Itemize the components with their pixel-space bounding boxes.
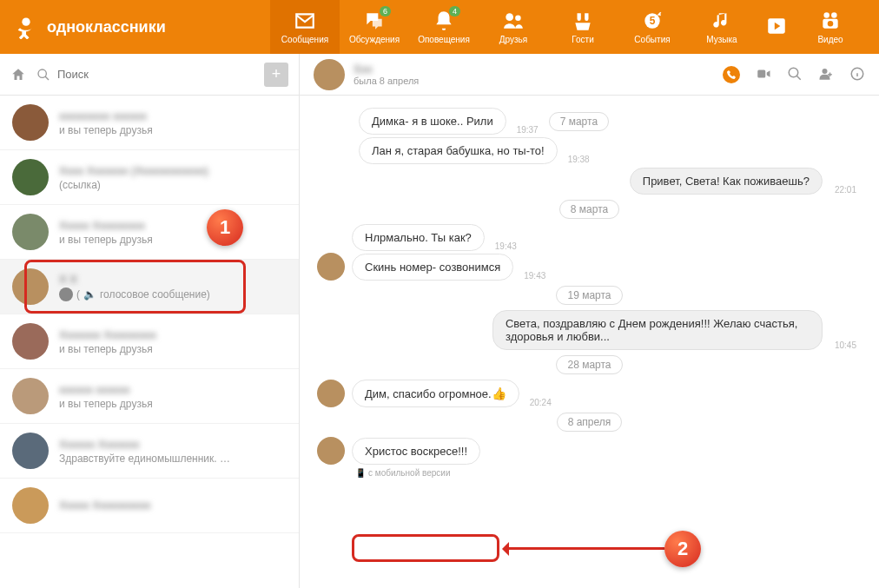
chat-subtitle: (ссылка) [59,179,287,191]
nav-notifications[interactable]: 4 Оповещения [409,0,479,54]
message-time: 22:01 [829,185,862,195]
call-icon[interactable] [723,66,740,83]
message-bubble[interactable]: Скинь номер- созвонимся [352,254,513,281]
nav-guests[interactable]: Гости [548,0,618,54]
music-icon [710,10,733,32]
annotation-box-2 [352,534,499,562]
message-time: 19:37 [512,125,544,135]
nav-events[interactable]: 5 События [618,0,687,54]
chat-content: Sxx была 8 апреля Димка- я в шоке.. Рили… [300,54,879,588]
message-avatar[interactable] [317,380,345,407]
svg-point-13 [823,69,828,74]
chat-subtitle: и вы теперь друзья [59,234,287,246]
nav-friends[interactable]: Друзья [479,0,548,54]
events-icon: 5 [641,10,664,32]
svg-point-12 [789,68,798,77]
chat-item[interactable]: Xxxxxx XxxxxxxЗдравствуйте единомышленни… [0,424,299,479]
message-avatar[interactable] [317,437,345,465]
nav-video[interactable]: Видео [796,0,865,54]
svg-point-2 [515,16,521,22]
annotation-arrow [504,547,664,550]
nav-discussions[interactable]: 6 Обсуждения [340,0,409,54]
chat-subtitle: и вы теперь друзья [59,124,287,136]
chat-subtitle: (🔈 голосовое сообщение) [59,287,287,301]
date-separator: 19 марта [556,286,622,305]
nav-messages[interactable]: Сообщения [270,0,340,54]
chat-item[interactable]: Xxxxxxx Xxxxxxxxxи вы теперь друзья [0,314,299,369]
message-bubble[interactable]: Лан я, старая бабушка, но ты-то! [359,137,558,164]
nav-label: Оповещения [418,35,470,44]
messages-pane[interactable]: Димка- я в шоке.. Рили19:377 марта Лан я… [300,96,879,588]
home-icon[interactable] [10,67,26,83]
add-user-icon[interactable] [818,66,834,82]
nav-label: Сообщения [281,35,328,44]
search-input[interactable] [57,68,254,81]
message-bubble[interactable]: Дим, спасибо огромное.👍 [352,380,519,407]
chat-item[interactable]: Xxxxx Xxxxxxxxxи вы теперь друзья [0,205,299,260]
nav-label: Музыка [706,35,737,44]
ok-logo[interactable]: одноклассники [14,15,166,39]
search-box[interactable] [36,68,254,82]
date-separator: 7 марта [549,112,609,131]
message-avatar[interactable] [317,253,345,281]
svg-point-7 [831,12,837,18]
message-bubble-own[interactable]: Привет, Света! Как поживаешь? [630,168,823,195]
svg-point-1 [506,13,513,21]
search-chat-icon[interactable] [787,66,803,82]
message-bubble-own[interactable]: Света, поздравляю с Днем рождения!!! Жел… [492,310,823,350]
nav-video-play[interactable] [757,0,796,54]
annotation-step-2: 2 [664,531,701,567]
svg-text:5: 5 [650,15,656,27]
chat-item[interactable]: Xxxxx Xxxxxxxxxx [0,479,299,533]
mail-icon [294,10,316,32]
chat-header-avatar[interactable] [314,59,345,90]
message-time: 19:38 [563,155,595,164]
top-header: одноклассники Сообщения 6 Обсуждения 4 О… [0,0,879,54]
chat-list: xxxxxxxxx xxxxxxи вы теперь друзья Xxxx … [0,96,299,588]
nav-label: Видео [817,35,843,44]
info-icon[interactable] [849,66,865,82]
chat-item[interactable]: xxxxxxxxx xxxxxxи вы теперь друзья [0,96,299,150]
svg-point-6 [823,12,829,18]
chat-item[interactable]: xxxxxx xxxxxxи вы теперь друзья [0,369,299,424]
message-bubble[interactable]: Димка- я в шоке.. Рили [359,108,506,135]
nav-label: Гости [572,35,593,44]
chat-item[interactable]: Xxxx Xxxxxxx (Xxxxxxxxxxxx)(ссылка) [0,150,299,205]
video-icon [819,10,842,32]
badge: 4 [449,6,460,17]
chat-subtitle: и вы теперь друзья [59,343,287,355]
chat-subtitle: и вы теперь друзья [59,398,287,410]
nav-label: Обсуждения [349,35,400,44]
play-icon [765,15,788,37]
mobile-note: 📱 с мобильной версии [355,468,862,478]
svg-point-0 [22,18,30,26]
brand-text: одноклассники [47,18,166,36]
badge: 6 [380,6,391,17]
date-separator: 8 апреля [557,413,623,432]
guests-icon [572,10,594,32]
chat-subtitle: Здравствуйте единомышленник. … [59,453,287,465]
friends-icon [502,10,525,32]
date-separator: 28 марта [556,355,622,374]
chat-item-selected[interactable]: X X (🔈 голосовое сообщение) [0,260,299,314]
message-bubble[interactable]: Нлрмально. Ты как? [352,224,485,251]
nav-music[interactable]: Музыка [687,0,757,54]
annotation-step-1: 1 [207,209,243,246]
chat-header-status: была 8 апреля [354,76,714,86]
message-bubble-highlighted[interactable]: Христос воскресе!!! [352,438,480,465]
nav-label: События [634,35,670,44]
message-time: 10:45 [829,340,862,350]
chat-header-name: Sxx [354,63,714,76]
message-time: 19:43 [519,271,551,281]
nav-label: Друзья [499,35,527,44]
top-nav: Сообщения 6 Обсуждения 4 Оповещения Друз… [270,0,865,54]
sidebar: + xxxxxxxxx xxxxxxи вы теперь друзья Xxx… [0,54,300,588]
chat-header-actions [723,66,865,83]
chat-header: Sxx была 8 апреля [300,54,879,96]
new-chat-button[interactable]: + [264,63,288,87]
svg-rect-11 [757,69,765,77]
date-separator: 8 марта [559,200,619,219]
svg-point-10 [38,69,46,77]
video-call-icon[interactable] [756,66,771,82]
search-icon [36,68,50,82]
